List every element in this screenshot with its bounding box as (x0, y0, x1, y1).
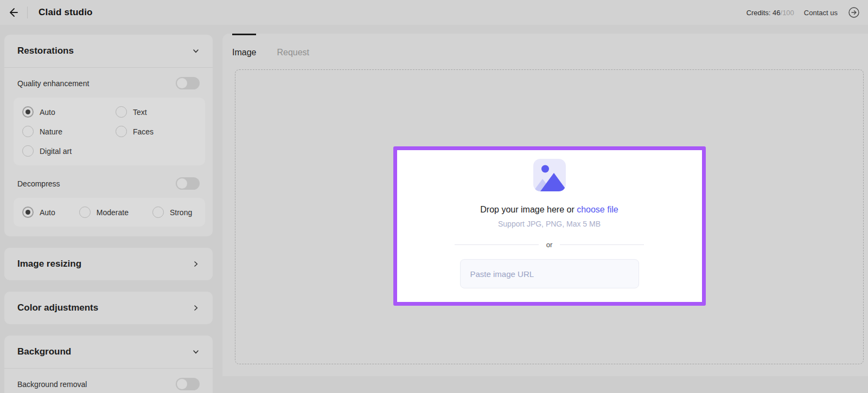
section-background: Background Background removal General Ca… (4, 336, 213, 393)
topbar-right: Credits: 46/100 Contact us (746, 6, 860, 19)
image-resizing-title: Image resizing (17, 259, 81, 269)
choose-file-link[interactable]: choose file (577, 205, 618, 214)
radio-label: Digital art (40, 147, 72, 156)
image-picture-icon (533, 159, 566, 191)
color-adjustments-title: Color adjustments (17, 302, 98, 313)
credits-used: Credits: 46 (746, 9, 781, 17)
radio-icon (22, 126, 34, 137)
back-arrow-icon (7, 7, 19, 18)
tab-bar: Image Request (222, 34, 868, 67)
or-label: or (546, 241, 553, 249)
topbar: Claid studio Credits: 46/100 Contact us (0, 0, 868, 25)
credits-total: /100 (781, 9, 794, 17)
radio-option-faces[interactable]: Faces (116, 126, 196, 137)
arrow-right-circle-icon (848, 7, 860, 18)
quality-enhancement-label: Quality enhancement (17, 79, 89, 88)
radio-label: Auto (40, 208, 55, 217)
radio-icon (22, 106, 34, 118)
decompress-toggle[interactable] (176, 177, 200, 190)
radio-label: Faces (133, 127, 154, 136)
radio-icon (116, 126, 127, 137)
chevron-right-icon (192, 304, 200, 312)
image-resizing-header[interactable]: Image resizing (4, 248, 213, 280)
toggle-knob (177, 178, 187, 189)
radio-label: Moderate (97, 208, 129, 217)
chevron-right-icon (192, 260, 200, 268)
toggle-knob (177, 379, 187, 389)
chevron-down-icon (192, 47, 200, 55)
radio-option-strong[interactable]: Strong (152, 207, 192, 218)
decompress-label: Decompress (17, 179, 60, 188)
radio-icon (116, 106, 127, 118)
background-removal-label: Background removal (17, 380, 87, 389)
radio-option-nature[interactable]: Nature (22, 126, 116, 137)
toggle-knob (177, 78, 187, 88)
background-removal-row: Background removal (4, 369, 213, 393)
background-header[interactable]: Background (4, 336, 213, 368)
radio-icon (79, 207, 91, 218)
radio-icon (152, 207, 164, 218)
main-panel: Image Request Drop your image here or ch… (222, 34, 868, 376)
background-title: Background (17, 346, 71, 357)
color-adjustments-header[interactable]: Color adjustments (4, 292, 213, 324)
restorations-title: Restorations (17, 46, 74, 56)
paste-image-url-input[interactable] (460, 259, 639, 288)
contact-us-link[interactable]: Contact us (804, 9, 838, 17)
tab-image[interactable]: Image (232, 34, 256, 67)
quality-enhancement-row: Quality enhancement (4, 68, 213, 96)
radio-label: Text (133, 108, 147, 117)
radio-icon (22, 207, 34, 218)
radio-option-digital-art[interactable]: Digital art (22, 145, 116, 157)
settings-sidebar: Restorations Quality enhancement Auto Te… (4, 35, 213, 393)
logout-button[interactable] (847, 6, 860, 19)
upload-support-text: Support JPG, PNG, Max 5 MB (498, 220, 601, 228)
upload-heading: Drop your image here or choose file (480, 205, 618, 215)
upload-card: Drop your image here or choose file Supp… (393, 146, 706, 306)
section-restorations: Restorations Quality enhancement Auto Te… (4, 35, 213, 236)
background-removal-toggle[interactable] (176, 378, 200, 390)
radio-label: Nature (40, 127, 62, 136)
or-divider: or (455, 241, 644, 249)
drop-text: Drop your image here or (480, 205, 577, 214)
section-color-adjustments: Color adjustments (4, 292, 213, 324)
credits-counter: Credits: 46/100 (746, 9, 794, 17)
tab-request[interactable]: Request (277, 34, 309, 67)
radio-icon (22, 145, 34, 157)
radio-label: Strong (170, 208, 192, 217)
decompress-row: Decompress (4, 175, 213, 197)
back-button[interactable] (5, 5, 21, 20)
app-title: Claid studio (39, 7, 93, 18)
radio-option-moderate[interactable]: Moderate (79, 207, 129, 218)
radio-option-auto[interactable]: Auto (22, 207, 55, 218)
image-dropzone[interactable]: Drop your image here or choose file Supp… (235, 69, 864, 364)
radio-option-auto[interactable]: Auto (22, 106, 116, 118)
restorations-header[interactable]: Restorations (4, 35, 213, 67)
section-image-resizing: Image resizing (4, 248, 213, 280)
radio-label: Auto (40, 108, 55, 117)
decompress-options-panel: Auto Moderate Strong (14, 198, 205, 227)
divider-line (560, 244, 644, 245)
quality-enhancement-toggle[interactable] (176, 77, 200, 89)
topbar-divider (27, 7, 28, 18)
radio-option-text[interactable]: Text (116, 106, 196, 118)
quality-options-panel: Auto Text Nature Faces Digital art (14, 98, 205, 165)
divider-line (455, 244, 539, 245)
chevron-down-icon (192, 348, 200, 356)
